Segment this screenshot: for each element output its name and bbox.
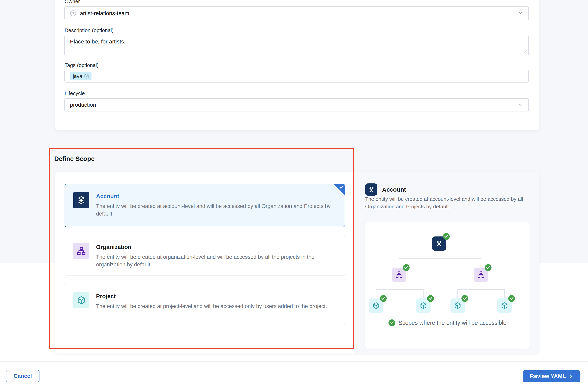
check-badge-icon [485, 264, 492, 271]
tags-input[interactable]: java [64, 70, 529, 83]
description-value: Place to be, for artists. [70, 39, 126, 45]
scope-tree-diagram: Scopes where the entity will be accessib… [365, 222, 530, 349]
account-layers-icon [365, 183, 377, 195]
cancel-label: Cancel [14, 373, 32, 379]
scope-option-account[interactable]: Account The entity will be created at ac… [64, 184, 345, 227]
connector-line [481, 282, 481, 289]
project-node-4 [497, 299, 512, 313]
connector-line [481, 258, 481, 268]
option-description: The entity will be created at account-le… [96, 202, 331, 218]
lifecycle-value: production [70, 102, 96, 108]
check-badge-icon [380, 295, 387, 302]
scope-option-organization[interactable]: Organization The entity will be created … [64, 235, 345, 276]
preview-description: The entity will be created at account-le… [365, 195, 537, 210]
option-title: Organization [96, 244, 331, 250]
cancel-button[interactable]: Cancel [6, 370, 40, 382]
connector-line [423, 289, 423, 299]
description-label: Description (optional) [64, 27, 114, 34]
owner-value: artist-relations-team [80, 10, 129, 17]
define-scope-heading: Define Scope [54, 155, 95, 163]
preview-title: Account [382, 186, 406, 193]
chevron-down-icon [518, 102, 523, 108]
tree-legend: Scopes where the entity will be accessib… [365, 320, 530, 326]
account-node [432, 236, 446, 251]
connector-line [399, 282, 399, 289]
project-cube-icon [73, 292, 89, 308]
description-textarea[interactable]: Place to be, for artists. [64, 35, 529, 56]
option-title: Project [96, 293, 327, 300]
tag-label: java [73, 73, 82, 79]
tags-label: Tags (optional) [64, 62, 99, 68]
project-node-1 [369, 299, 383, 313]
resize-handle-icon[interactable] [523, 50, 527, 54]
project-node-2 [416, 299, 431, 313]
entity-details-card: Owner ? artist-relations-team Descriptio… [55, 0, 539, 130]
scope-option-project[interactable]: Project The entity will be created at pr… [64, 284, 345, 325]
help-circle-icon: ? [70, 10, 76, 17]
check-badge-icon [427, 295, 434, 302]
option-description: The entity will be created at project-le… [96, 302, 327, 310]
owner-select[interactable]: ? artist-relations-team [64, 6, 529, 20]
option-title: Account [96, 193, 331, 200]
connector-line [458, 289, 504, 290]
account-layers-icon [73, 192, 89, 208]
tag-chip: java [70, 72, 91, 80]
owner-label: Owner [64, 0, 80, 5]
selected-check-ribbon [333, 184, 345, 195]
connector-line [376, 289, 423, 290]
scope-preview-pane: Account The entity will be created at ac… [354, 172, 539, 353]
legend-text: Scopes where the entity will be accessib… [399, 320, 506, 326]
chevron-right-icon [569, 374, 573, 379]
review-yaml-button[interactable]: Review YAML [523, 370, 580, 382]
organization-chart-icon [73, 243, 89, 259]
connector-line [504, 289, 505, 299]
connector-line [458, 289, 458, 299]
lifecycle-select[interactable]: production [64, 98, 529, 111]
option-description: The entity will be created at organizati… [96, 253, 331, 269]
check-badge-icon [462, 295, 468, 302]
organization-node-1 [392, 268, 406, 282]
define-scope-card: Account The entity will be created at ac… [55, 172, 539, 353]
check-badge-icon [508, 295, 515, 302]
remove-tag-icon[interactable] [84, 73, 89, 79]
footer-bar: Cancel Review YAML [0, 362, 588, 386]
organization-node-2 [474, 268, 488, 282]
check-badge-icon [403, 264, 410, 271]
project-node-3 [450, 299, 465, 313]
connector-line [376, 289, 376, 299]
connector-line [439, 251, 439, 258]
check-badge-icon [443, 233, 450, 240]
chevron-down-icon [518, 10, 523, 17]
svg-text:?: ? [72, 12, 74, 15]
connector-line [399, 258, 399, 268]
lifecycle-label: Lifecycle [64, 90, 85, 96]
check-badge-icon [388, 320, 395, 326]
connector-line [399, 258, 481, 259]
review-yaml-label: Review YAML [530, 373, 566, 379]
